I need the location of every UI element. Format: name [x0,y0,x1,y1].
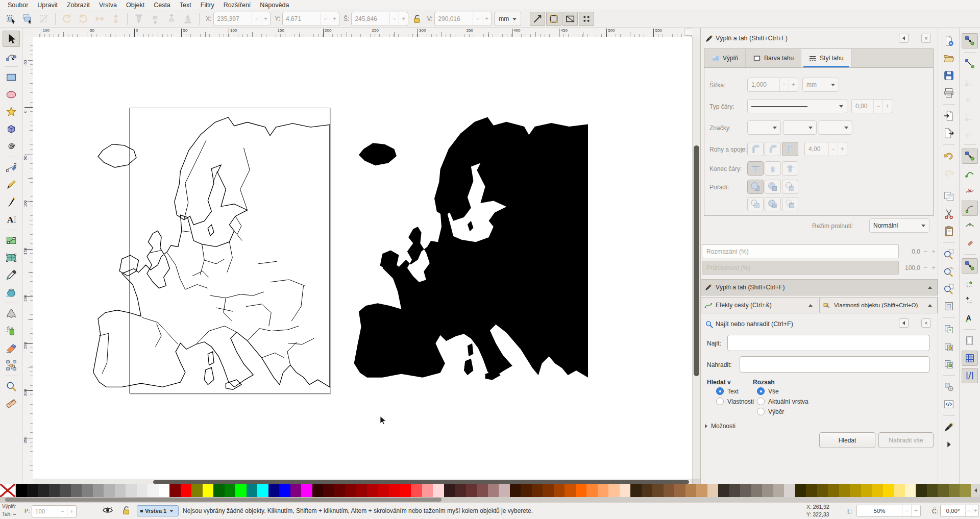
dash-offset-spinner[interactable]: 0,00−+ [851,99,892,113]
create-clone-button[interactable] [941,339,957,354]
opacity-inc-button[interactable]: + [67,506,76,517]
palette-swatch-19[interactable] [225,484,236,497]
palette-swatch-33[interactable] [378,484,389,497]
lock-ratio-toggle[interactable] [410,12,423,26]
opacity-slider[interactable]: Průhlednost (%) [702,261,899,275]
rectangle-tool[interactable] [3,69,20,85]
palette-swatch-47[interactable] [532,484,543,497]
palette-swatch-22[interactable] [257,484,268,497]
palette-swatch-70[interactable] [784,484,795,497]
order-fill-markers-stroke-button[interactable] [747,197,764,211]
palette-swatch-48[interactable] [543,484,554,497]
search-in-option-text[interactable]: Text [716,387,739,395]
palette-swatch-28[interactable] [323,484,334,497]
spray-tool[interactable] [3,323,20,339]
snap-path-intersections[interactable] [962,183,978,199]
dockbar-fill-stroke[interactable]: Výplň a tah (Shift+Ctrl+F) [701,279,938,295]
palette-swatch-83[interactable] [927,484,938,497]
palette-swatch-73[interactable] [817,484,828,497]
menu-objekt[interactable]: Objekt [121,1,149,10]
dialog-collapse-button[interactable] [899,318,909,328]
palette-swatch-66[interactable] [740,484,751,497]
palette-swatch-63[interactable] [707,484,719,497]
stroke-width-spinner[interactable]: 1,000−+ [747,78,798,92]
y-increase-button[interactable]: + [330,13,339,25]
palette-swatch-0[interactable] [16,484,27,497]
node-tool[interactable] [3,48,20,64]
dash-offset-increase-button[interactable]: + [883,100,892,113]
palette-swatch-44[interactable] [499,484,510,497]
palette-swatch-79[interactable] [883,484,894,497]
height-input[interactable] [435,15,473,22]
scope-option-v-e[interactable]: Vše [757,387,779,395]
new-document-button[interactable] [941,33,957,48]
redo-button[interactable] [941,166,957,181]
zoom-tool[interactable] [3,378,20,394]
snap-bbox-edges[interactable] [962,73,978,89]
transform-gradient-toggle[interactable] [562,12,578,26]
palette-swatch-40[interactable] [455,484,466,497]
palette-swatch-50[interactable] [565,484,576,497]
zoom-drawing-button[interactable] [941,264,957,279]
bezier-pen-tool[interactable] [3,177,20,193]
radio-icon[interactable] [716,398,724,405]
cut-button[interactable] [941,206,957,221]
palette-swatch-53[interactable] [598,484,609,497]
palette-swatch-12[interactable] [148,484,159,497]
box3d-tool[interactable] [3,121,20,137]
palette-swatch-26[interactable] [301,484,312,497]
palette-swatch-77[interactable] [861,484,872,497]
palette-swatch-78[interactable] [872,484,883,497]
transform-pattern-toggle[interactable] [579,12,594,26]
radio-icon[interactable] [757,408,765,415]
object-properties-button[interactable] [941,379,957,394]
zoom-increase-button[interactable]: + [911,505,920,516]
lower-button[interactable] [148,12,163,26]
rotation-spinner[interactable]: 0,00°−+ [940,505,979,517]
palette-scroll-left-button[interactable] [971,484,980,497]
vertical-scrollbar-thumb[interactable] [694,145,699,376]
palette-swatch-81[interactable] [905,484,916,497]
opacity-dec-button[interactable]: − [58,506,67,517]
miter-decrease-button[interactable]: − [828,142,838,156]
miter-limit-spinner[interactable]: 4,00−+ [804,142,847,156]
order-fill-stroke-markers-button[interactable] [747,180,764,194]
tweak-tool[interactable] [3,305,20,322]
snap-smooth-nodes[interactable] [962,218,978,233]
snap-midpoints[interactable] [962,235,978,251]
palette-swatch-74[interactable] [828,484,839,497]
palette-swatch-9[interactable] [115,484,126,497]
menu-npovda[interactable]: Nápověda [255,1,293,10]
cap-square-button[interactable] [782,161,798,176]
blur-slider[interactable]: Rozmazání (%) [702,244,899,258]
palette-swatch-18[interactable] [213,484,225,497]
palette-swatch-37[interactable] [422,484,433,497]
search-in-option-vlastnosti[interactable]: Vlastnosti [716,398,754,405]
palette-swatch-10[interactable] [126,484,137,497]
blend-mode-dropdown[interactable]: Normální [869,218,929,233]
palette-swatch-62[interactable] [696,484,707,497]
raise-button[interactable] [164,12,179,26]
flip-vertical-button[interactable] [108,12,124,26]
palette-swatch-2[interactable] [38,484,49,497]
tab-styl-tahu[interactable]: Styl tahu [801,49,851,67]
snap-cusp-nodes[interactable] [962,201,978,216]
select-all-button[interactable] [4,12,19,26]
tab-barva-tahu[interactable]: Barva tahu [746,49,801,67]
opacity-increase-button[interactable]: + [929,261,938,275]
height-increase-button[interactable]: + [482,13,491,25]
order-markers-stroke-fill-button[interactable] [782,197,798,211]
zoom-decrease-button[interactable]: − [902,505,911,516]
palette-scrollbar-thumb[interactable] [5,498,442,502]
layer-dropdown[interactable]: Vrstva 1 [137,505,179,516]
zoom-spinner[interactable]: 50%−+ [856,505,921,517]
palette-swatch-51[interactable] [576,484,587,497]
scope-option-v-b-r[interactable]: Výběr [757,408,784,415]
y-input[interactable] [283,15,321,22]
palette-swatch-85[interactable] [949,484,960,497]
order-stroke-fill-markers-button[interactable] [765,180,781,194]
rotation-decrease-button[interactable]: − [965,505,972,516]
snap-text-baseline[interactable]: A [962,310,978,326]
miter-increase-button[interactable]: + [838,142,847,156]
order-markers-fill-stroke-button[interactable] [782,180,798,194]
